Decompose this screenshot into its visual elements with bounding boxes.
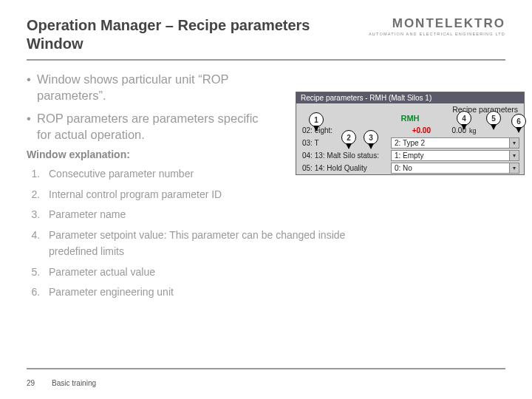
page-title: Operation Manager – Recipe parameters Wi… <box>27 16 344 53</box>
list-item: Parameter actual value <box>43 265 352 281</box>
recipe-panel: Recipe parameters - RMH (Malt Silos 1) R… <box>296 92 525 175</box>
list-item: Parameter engineering unit <box>43 284 352 301</box>
dropdown-value: 0: No <box>395 164 412 172</box>
row-dropdown[interactable]: 1: Empty ▾ <box>391 150 519 161</box>
callout-4: 4 <box>457 111 471 126</box>
logo-subtext: AUTOMATION AND ELECTRICAL ENGINEERING LT… <box>369 32 505 36</box>
bullet-item: Window shows particular unit “ROP parame… <box>27 71 270 104</box>
divider-bottom <box>27 368 505 369</box>
row-unit: kg <box>466 127 484 134</box>
row-label: 04: 13: Malt Silo status: <box>296 151 391 160</box>
table-row: 04: 13: Malt Silo status: 1: Empty ▾ <box>296 149 524 162</box>
callout-1: 1 <box>309 112 324 127</box>
chevron-down-icon: ▾ <box>509 151 519 160</box>
table-row: 02: eight: +0.00 0.00 kg <box>296 124 524 137</box>
slide: Operation Manager – Recipe parameters Wi… <box>0 0 532 399</box>
panel-rows: 02: eight: +0.00 0.00 kg 03: T 2: Type 2… <box>296 124 524 174</box>
list-item: Parameter setpoint value: This parameter… <box>43 228 352 259</box>
panel-titlebar: Recipe parameters - RMH (Malt Silos 1) <box>296 92 524 103</box>
footer: 29 Basic training <box>27 379 96 387</box>
table-row: 03: T 2: Type 2 ▾ <box>296 137 524 149</box>
logo-text: MONTELEKTRO <box>369 16 505 31</box>
callout-5: 5 <box>486 111 501 126</box>
panel-wrap: Recipe parameters - RMH (Malt Silos 1) R… <box>296 92 525 175</box>
page-number: 29 <box>27 379 40 387</box>
dropdown-value: 1: Empty <box>395 151 423 160</box>
callout-3: 3 <box>364 130 378 145</box>
list-item: Parameter name <box>43 207 352 223</box>
callout-2: 2 <box>341 130 356 145</box>
table-row: 05: 14: Hold Quality 0: No ▾ <box>296 162 524 174</box>
list-item: Internal control program parameter ID <box>43 187 352 203</box>
callout-6: 6 <box>511 114 526 129</box>
chevron-down-icon: ▾ <box>509 163 519 173</box>
dropdown-value: 2: Type 2 <box>395 139 425 147</box>
divider-top <box>27 59 505 61</box>
bullet-list: Window shows particular unit “ROP parame… <box>27 71 270 143</box>
footer-label: Basic training <box>52 379 96 387</box>
logo: MONTELEKTRO AUTOMATION AND ELECTRICAL EN… <box>369 16 505 36</box>
row-label: 05: 14: Hold Quality <box>296 164 391 172</box>
row-dropdown[interactable]: 2: Type 2 ▾ <box>391 137 519 149</box>
row-dropdown[interactable]: 0: No ▾ <box>391 163 519 174</box>
row-setpoint[interactable]: +0.00 <box>391 126 435 134</box>
explanation-list: Consecutive parameter number Internal co… <box>27 166 352 301</box>
chevron-down-icon: ▾ <box>509 138 519 148</box>
bullet-item: ROP parameters are parameters specific f… <box>27 110 270 143</box>
